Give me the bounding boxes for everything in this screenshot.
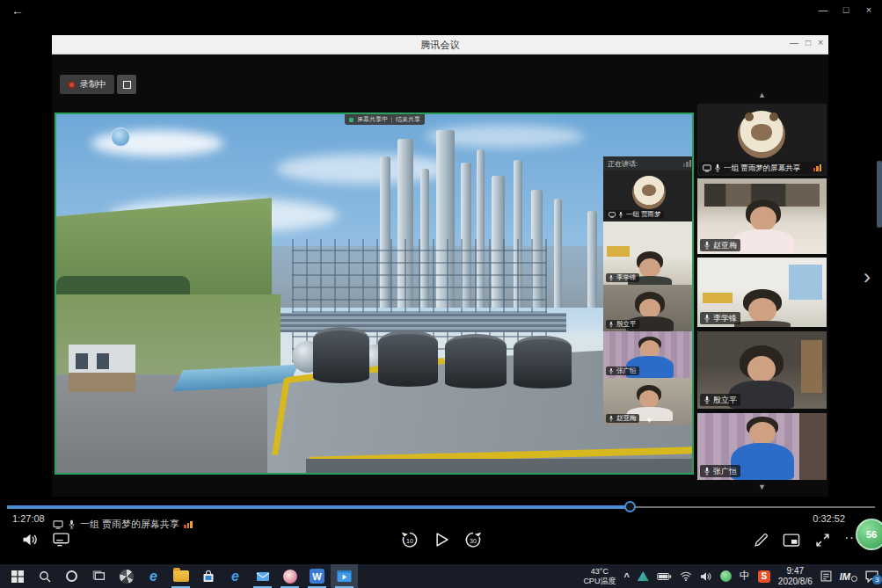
app-maximize-button[interactable]: □ [835,2,857,18]
ime-mode-indicator[interactable]: 中 [740,569,750,584]
stop-icon [123,81,131,89]
seek-playhead[interactable] [624,501,636,512]
strip-scroll-up-icon: ▲ [755,91,769,99]
speaking-header: 正在讲话: [608,159,638,169]
next-chevron-button[interactable]: › [864,266,871,287]
avatar-face [642,185,656,196]
pink-app-icon[interactable] [276,564,303,588]
scene-parapet [306,459,694,475]
start-button[interactable] [4,564,31,588]
mail-icon[interactable] [249,564,276,588]
scene-column [554,199,562,308]
scene-window [97,353,109,369]
play-button[interactable] [434,531,448,548]
rewind-10-button[interactable]: 10 [400,530,419,549]
meeting-close-button: × [818,38,823,47]
participant-tile: 殷立平 [697,331,827,409]
participant-tile: 一组 贾雨梦的屏幕共享 [697,104,827,176]
file-explorer-icon[interactable] [167,564,194,588]
participant-tile: 张广恒 [697,413,827,480]
float-ball[interactable]: 56 [856,519,882,550]
green-ball-tray-icon[interactable] [720,570,732,582]
sogou-icon[interactable]: S [758,570,770,583]
scene-cooling-tower [378,330,438,387]
share-status-icon [349,118,354,122]
participant-tile: 赵亚梅 [697,178,827,254]
cortana-icon[interactable] [58,564,85,588]
avatar-face [751,124,772,141]
cpu-temp-value: 43°C [583,567,616,576]
notes-tray-icon[interactable] [820,570,832,582]
scene-window [76,353,88,369]
person-torso [733,229,794,254]
search-icon[interactable] [31,564,58,588]
meeting-restore-button: □ [805,38,811,47]
person-torso [734,321,791,327]
forward-30-button[interactable]: 30 [463,530,483,549]
back-button[interactable]: ← [7,3,28,18]
stop-recording-button [117,75,136,94]
video-frame[interactable]: 腾讯会议 — □ × 录制中 [52,35,828,497]
remaining-time: 0:32:52 [813,513,845,524]
ime-status-icon[interactable]: IM [840,571,857,582]
seek-bar[interactable] [7,504,875,511]
app-minimize-button[interactable]: — [812,2,835,18]
task-view-icon[interactable] [85,564,113,588]
recording-indicator: 录制中 [60,75,136,94]
avatar [632,176,666,209]
graphics-app-icon[interactable] [638,571,649,581]
share-status-label: 屏幕共享中 [357,115,388,124]
elapsed-time: 1:27:08 [12,513,45,524]
volume-tray-icon[interactable] [700,571,712,582]
meeting-title: 腾讯会议 [52,39,828,52]
avatar-ear [769,113,778,121]
edge-icon[interactable]: e [222,564,249,588]
battery-icon[interactable] [657,572,672,581]
action-center-icon[interactable]: 3 [865,570,878,583]
scene-building [69,345,135,392]
clock[interactable]: 9:47 2020/8/6 [778,566,813,586]
speaking-panel: 正在讲话: 一组 贾雨梦 [603,156,694,425]
clock-date: 2020/8/6 [778,577,813,587]
scene-cooling-tower [313,327,369,383]
scene-shelf [703,293,733,303]
mini-player-button[interactable] [782,532,801,548]
avatar-ear [745,113,754,121]
tray-expand-icon[interactable]: ^ [623,571,629,582]
internet-explorer-icon[interactable]: e [140,564,167,588]
scene-door [801,340,822,393]
scrollbar-fragment[interactable] [877,161,882,228]
share-action-label: 结束共享 [396,115,420,124]
participant-tile: 李学锋 [697,258,827,327]
scene-shelf [799,413,827,480]
edit-button[interactable] [752,531,769,548]
scene-column [587,211,597,308]
person-head [747,356,776,382]
avatar [738,111,785,158]
subtitle-chat-button[interactable] [51,531,70,548]
scene-shelf [607,246,630,257]
forward-seconds: 30 [463,530,483,549]
person-head [749,422,776,445]
volume-button[interactable] [20,531,40,548]
panel-collapse-icon: ▼ [603,417,694,425]
wps-icon[interactable]: W [303,564,331,588]
person-head [639,390,659,408]
wifi-icon[interactable] [680,571,692,581]
app-close-button[interactable]: × [857,2,880,18]
desktop: ← — □ × 腾讯会议 — □ × 录制中 [0,0,882,588]
pinwheel-app-icon[interactable] [113,564,140,588]
recording-dot-icon [68,81,76,89]
store-icon[interactable] [194,564,222,588]
seek-fill [7,505,631,509]
participant-label: 殷立平 [713,396,737,404]
speaking-tile: 赵亚梅 ▼ [603,378,694,425]
person-head [639,258,660,278]
fullscreen-button[interactable] [813,531,831,548]
movies-tv-icon[interactable] [331,564,358,588]
speaking-tile-label: 一组 贾雨梦 [626,211,661,218]
scene-cooling-tower [514,336,572,388]
taskbar: e e W 43°C CPU温度 ^ 中 S [0,564,882,588]
scene-pipes [276,313,566,332]
speaking-tile: 张广恒 [603,331,694,378]
